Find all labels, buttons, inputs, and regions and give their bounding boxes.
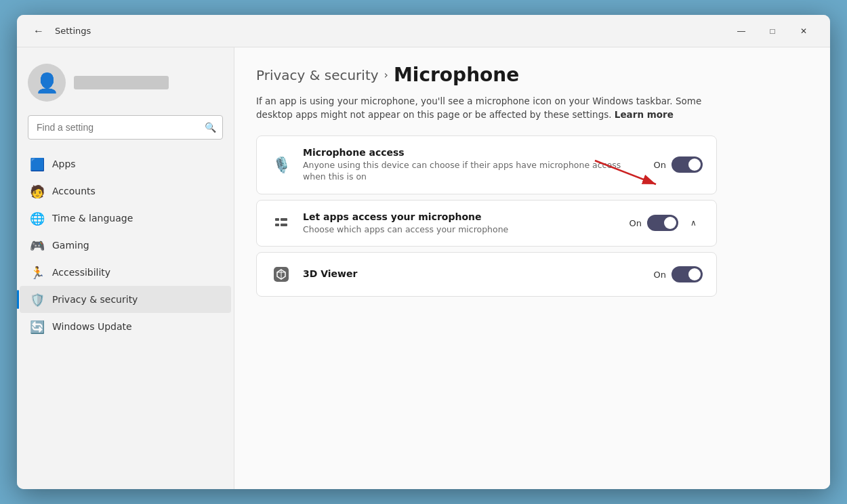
3d-viewer-control: On bbox=[654, 266, 703, 282]
microphone-access-control: On bbox=[654, 156, 703, 173]
sidebar-item-accounts[interactable]: 🧑 Accounts bbox=[20, 177, 231, 205]
windows-update-icon: 🔄 bbox=[30, 320, 44, 333]
breadcrumb: Privacy & security › Microphone bbox=[256, 64, 808, 86]
search-box: 🔍 bbox=[28, 115, 223, 140]
let-apps-access-toggle[interactable] bbox=[647, 215, 678, 231]
sidebar-item-privacy[interactable]: 🛡️ Privacy & security bbox=[20, 286, 231, 313]
sidebar-item-accessibility-label: Accessibility bbox=[52, 267, 110, 278]
sidebar-item-apps-label: Apps bbox=[52, 159, 76, 169]
svg-rect-3 bbox=[281, 218, 287, 221]
let-apps-access-card: Let apps access your microphone Choose w… bbox=[256, 200, 717, 247]
main-layout: 👤 🔍 🟦 Apps 🧑 Accounts 🌐 Time & language bbox=[17, 47, 830, 489]
3d-viewer-card: 3D Viewer On bbox=[256, 252, 717, 297]
user-section: 👤 bbox=[17, 58, 234, 115]
accounts-icon: 🧑 bbox=[30, 184, 44, 198]
maximize-button[interactable]: □ bbox=[757, 20, 788, 42]
sidebar-item-windows-update-label: Windows Update bbox=[52, 321, 132, 332]
accessibility-icon: 🏃 bbox=[30, 266, 44, 279]
sidebar-item-gaming[interactable]: 🎮 Gaming bbox=[20, 232, 231, 259]
avatar: 👤 bbox=[28, 64, 66, 102]
learn-more-link[interactable]: Learn more bbox=[615, 109, 674, 120]
breadcrumb-separator: › bbox=[384, 68, 388, 81]
window-controls: — □ ✕ bbox=[726, 20, 819, 42]
sidebar-item-privacy-label: Privacy & security bbox=[52, 294, 138, 305]
sidebar-item-apps[interactable]: 🟦 Apps bbox=[20, 150, 231, 177]
apps-icon: 🟦 bbox=[30, 157, 44, 171]
3d-viewer-text: 3D Viewer bbox=[303, 268, 643, 280]
microphone-access-card: 🎙️ Microphone access Anyone using this d… bbox=[256, 135, 717, 194]
microphone-access-title: Microphone access bbox=[303, 147, 643, 158]
sidebar-item-accounts-label: Accounts bbox=[52, 186, 96, 196]
close-button[interactable]: ✕ bbox=[788, 20, 819, 42]
privacy-icon: 🛡️ bbox=[30, 293, 44, 306]
microphone-access-text: Microphone access Anyone using this devi… bbox=[303, 147, 643, 183]
3d-viewer-toggle[interactable] bbox=[672, 266, 703, 282]
sidebar: 👤 🔍 🟦 Apps 🧑 Accounts 🌐 Time & language bbox=[17, 47, 234, 489]
svg-rect-5 bbox=[281, 224, 287, 226]
let-apps-access-on-label: On bbox=[629, 218, 642, 228]
titlebar: ← Settings — □ ✕ bbox=[17, 15, 830, 47]
3d-viewer-title: 3D Viewer bbox=[303, 268, 643, 279]
sidebar-item-time-label: Time & language bbox=[52, 213, 133, 224]
let-apps-access-desc: Choose which apps can access your microp… bbox=[303, 224, 619, 236]
3d-viewer-on-label: On bbox=[654, 270, 666, 280]
let-apps-access-title: Let apps access your microphone bbox=[303, 211, 619, 222]
svg-rect-2 bbox=[275, 218, 279, 221]
settings-window: ← Settings — □ ✕ 👤 🔍 🟦 bbox=[17, 15, 830, 489]
sidebar-item-time[interactable]: 🌐 Time & language bbox=[20, 205, 231, 232]
3d-viewer-icon bbox=[270, 264, 292, 285]
microphone-access-toggle[interactable] bbox=[672, 156, 703, 173]
search-input[interactable] bbox=[28, 115, 223, 140]
svg-rect-4 bbox=[275, 224, 279, 226]
microphone-access-desc: Anyone using this device can choose if t… bbox=[303, 159, 643, 183]
time-icon: 🌐 bbox=[30, 211, 44, 225]
let-apps-access-control: On ∧ bbox=[629, 213, 703, 232]
window-title: Settings bbox=[55, 26, 91, 36]
sidebar-item-accessibility[interactable]: 🏃 Accessibility bbox=[20, 259, 231, 286]
apps-list-icon bbox=[270, 212, 292, 234]
minimize-button[interactable]: — bbox=[726, 20, 757, 42]
content-area: Privacy & security › Microphone If an ap… bbox=[234, 47, 830, 489]
page-title: Microphone bbox=[394, 64, 519, 86]
breadcrumb-parent: Privacy & security bbox=[256, 67, 379, 83]
let-apps-access-text: Let apps access your microphone Choose w… bbox=[303, 211, 619, 236]
person-icon: 👤 bbox=[35, 72, 59, 94]
sidebar-item-gaming-label: Gaming bbox=[52, 240, 89, 251]
gaming-icon: 🎮 bbox=[30, 238, 44, 252]
let-apps-expand-button[interactable]: ∧ bbox=[684, 213, 703, 232]
back-button[interactable]: ← bbox=[28, 20, 49, 42]
sidebar-item-windows-update[interactable]: 🔄 Windows Update bbox=[20, 313, 231, 340]
microphone-access-on-label: On bbox=[654, 160, 666, 170]
username-bar bbox=[74, 76, 169, 89]
page-description: If an app is using your microphone, you'… bbox=[256, 94, 703, 122]
microphone-icon: 🎙️ bbox=[270, 154, 292, 175]
